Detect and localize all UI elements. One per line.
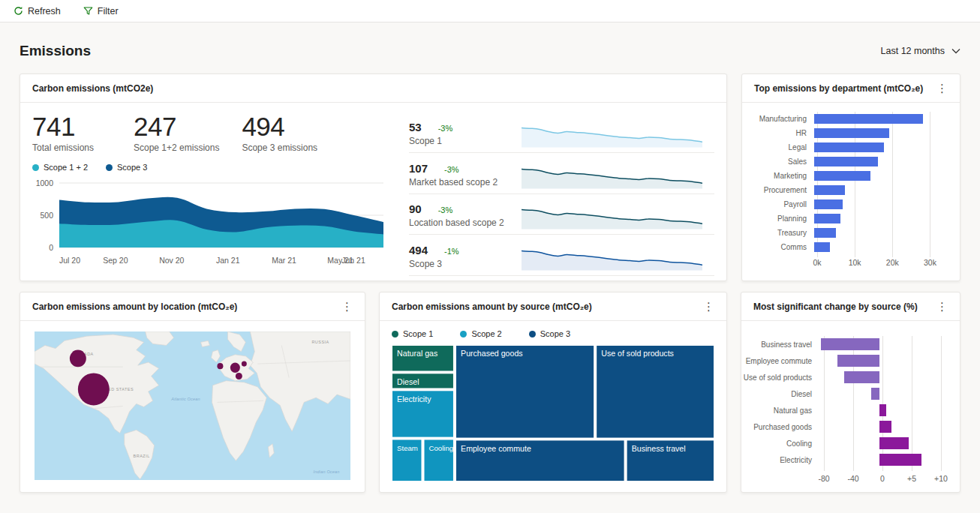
legend-item-scope3[interactable]: Scope 3 (106, 163, 147, 172)
kpi-value: 494 (242, 112, 320, 142)
dept-bar[interactable] (814, 114, 923, 124)
card-carbon-emissions: Carbon emissions (mtCO2e) 741 Total emis… (20, 74, 727, 281)
change-bar[interactable] (844, 371, 879, 383)
x-tick-label: +5 (907, 474, 916, 483)
change-bar[interactable] (879, 454, 921, 466)
more-options-button[interactable]: ⋮ (930, 81, 954, 95)
sparkline-market-scope2 (522, 156, 714, 194)
location-bubble[interactable] (230, 363, 240, 373)
card-header: Most significant change by source (%) ⋮ (741, 292, 960, 321)
change-bar[interactable] (879, 421, 891, 433)
legend-label: Scope 3 (117, 163, 147, 172)
breakdown-label: Location based scope 2 (409, 218, 522, 228)
location-bubble[interactable] (78, 373, 110, 405)
category-label: Payroll (742, 200, 814, 208)
change-bar[interactable] (879, 404, 886, 416)
dept-bar[interactable] (814, 171, 870, 181)
treemap-tile[interactable] (455, 345, 594, 439)
legend-dot (529, 331, 536, 338)
scope-legend: Scope 1 Scope 2 Scope 3 (392, 329, 714, 338)
dept-bar[interactable] (814, 200, 843, 209)
treemap-tile-label: Purchased goods (461, 350, 523, 358)
change-badge: -1% (444, 247, 459, 256)
change-bar-row: Diesel (741, 386, 960, 402)
location-bubble[interactable] (217, 363, 223, 369)
refresh-button[interactable]: Refresh (6, 3, 68, 20)
dept-bar[interactable] (814, 157, 878, 166)
change-bar-row: Business travel (741, 336, 960, 352)
kpi-label: Scope 1+2 emissions (134, 142, 219, 153)
change-bar[interactable] (879, 437, 909, 449)
trend-legend: Scope 1 + 2 Scope 3 (32, 163, 383, 172)
category-label: Business travel (741, 340, 819, 349)
x-tick-label: -40 (847, 474, 858, 483)
location-bubble[interactable] (236, 373, 242, 380)
card-emissions-by-source: Carbon emissions amount by source (mtCO₂… (379, 292, 727, 493)
category-label: HR (742, 129, 814, 137)
category-label: Procurement (742, 186, 814, 194)
location-bubble[interactable] (70, 350, 86, 368)
world-map-canvas: CANADAUNITED STATESRUSSIABRAZILAtlantic … (35, 332, 350, 480)
treemap-tile[interactable] (596, 345, 714, 439)
dept-bar-row: Treasury (742, 226, 960, 240)
breakdown-label: Scope 1 (409, 136, 522, 146)
kpi-value: 247 (134, 112, 219, 142)
dept-bar-row: Comms (742, 240, 960, 254)
kpi-scope3-emissions: 494 Scope 3 emissions (242, 112, 320, 153)
chevron-down-icon (951, 46, 960, 56)
refresh-label: Refresh (28, 6, 61, 16)
legend-item-scope1[interactable]: Scope 1 (392, 329, 433, 338)
legend-item-scope3[interactable]: Scope 3 (529, 329, 570, 338)
more-options-button[interactable]: ⋮ (930, 299, 954, 314)
card-title: Carbon emissions amount by source (mtCO₂… (392, 302, 592, 312)
change-bar[interactable] (871, 388, 879, 400)
change-badge: -3% (438, 124, 453, 133)
world-map[interactable]: CANADAUNITED STATESRUSSIABRAZILAtlantic … (20, 321, 365, 492)
treemap-tile[interactable] (392, 345, 454, 371)
treemap-tile-label: Use of sold products (601, 350, 674, 358)
dept-bar[interactable] (814, 128, 889, 138)
dept-bar[interactable] (814, 142, 884, 152)
location-bubble[interactable] (242, 361, 247, 366)
more-options-button[interactable]: ⋮ (697, 299, 720, 314)
dept-bar-row: Sales (742, 154, 960, 169)
map-place-label: Indian Ocean (314, 470, 340, 474)
time-range-selector[interactable]: Last 12 months (881, 46, 960, 56)
filter-button[interactable]: Filter (76, 3, 126, 20)
dept-bar-row: Manufacturing (742, 112, 960, 126)
category-label: Marketing (742, 172, 814, 180)
filter-icon (83, 6, 93, 16)
sparkline-scope1 (522, 115, 714, 152)
legend-dot (32, 164, 39, 171)
change-bar[interactable] (821, 338, 879, 350)
breakdown-row-location-scope2: 90 -3% Location based scope 2 (409, 194, 714, 236)
legend-label: Scope 1 (403, 329, 433, 338)
time-range-label: Last 12 months (881, 46, 945, 56)
filter-label: Filter (98, 6, 119, 16)
x-tick-label: 0k (813, 258, 821, 267)
dept-bar[interactable] (814, 185, 845, 195)
more-options-button[interactable]: ⋮ (335, 299, 359, 314)
scope-breakdown-panel: 53 -3% Scope 1 107 -3% (383, 112, 714, 276)
stacked-area-chart[interactable]: 05001000 (32, 181, 383, 248)
dept-bar[interactable] (814, 242, 830, 252)
dept-bar[interactable] (814, 214, 840, 224)
x-tick-label: Nov 20 (159, 256, 184, 265)
map-place-label: Atlantic Ocean (170, 397, 200, 401)
card-header: Top emissions by department (mtCO₂e) ⋮ (742, 74, 960, 103)
category-label: Use of sold products (741, 374, 819, 382)
kpi-label: Scope 3 emissions (242, 142, 320, 153)
dept-bar[interactable] (814, 228, 836, 238)
y-tick-label: 0 (49, 243, 53, 252)
category-label: Diesel (741, 390, 819, 398)
legend-item-scope2[interactable]: Scope 2 (460, 329, 501, 338)
change-bar[interactable] (837, 355, 879, 367)
legend-label: Scope 1 + 2 (44, 163, 88, 172)
kpi-total-emissions: 741 Total emissions (32, 112, 111, 153)
refresh-icon (14, 6, 23, 16)
category-label: Treasury (742, 229, 814, 237)
emissions-trend-panel: 741 Total emissions 247 Scope 1+2 emissi… (32, 112, 383, 276)
card-title: Top emissions by department (mtCO₂e) (754, 83, 923, 94)
legend-item-scope12[interactable]: Scope 1 + 2 (32, 163, 88, 172)
category-label: Cooling (741, 440, 819, 448)
